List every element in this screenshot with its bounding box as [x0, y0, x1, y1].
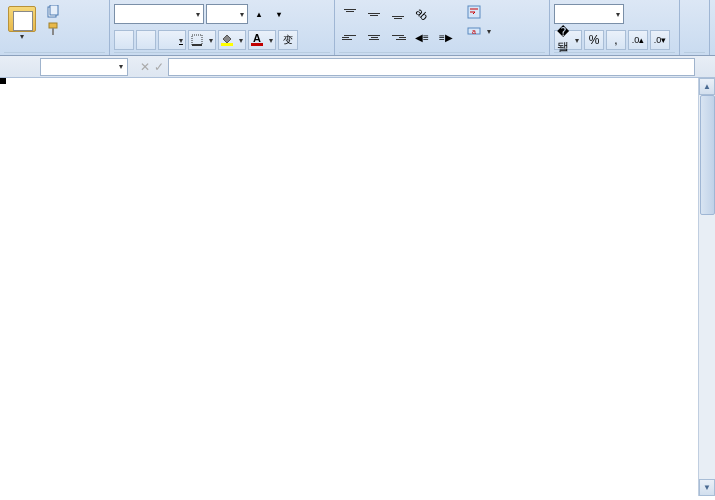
align-left-button[interactable]	[339, 27, 361, 47]
fill-handle[interactable]	[0, 78, 6, 84]
wrap-icon	[467, 5, 481, 19]
align-center-button[interactable]	[363, 27, 385, 47]
font-size-select[interactable]: ▾	[206, 4, 248, 24]
chevron-down-icon: ▾	[20, 32, 24, 41]
percent-button[interactable]: %	[584, 30, 604, 50]
chevron-down-icon: ▾	[240, 10, 244, 19]
chevron-down-icon: ▾	[196, 10, 200, 19]
paste-button[interactable]: ▾	[4, 4, 40, 43]
number-format-select[interactable]: ▾	[554, 4, 624, 24]
font-group: ▾ ▾ ▴ ▾ ▾ ▾	[110, 0, 335, 55]
scroll-thumb[interactable]	[700, 95, 715, 215]
svg-rect-4	[192, 35, 202, 45]
formula-bar-row: ▾ ✕ ✓	[0, 56, 715, 78]
alignment-group-label	[339, 52, 545, 54]
enter-icon[interactable]: ✓	[154, 60, 164, 74]
copy-icon	[46, 5, 60, 19]
alignment-group: ab ◀≡ ≡▶ a ▾	[335, 0, 550, 55]
wrap-text-button[interactable]	[464, 4, 494, 20]
orientation-button[interactable]: ab	[411, 4, 433, 24]
number-group: ▾ �됄▾ % , .0▴ .0▾	[550, 0, 680, 55]
ribbon: ▾ ▾	[0, 0, 715, 56]
name-box[interactable]: ▾	[40, 58, 128, 76]
bucket-icon	[221, 34, 233, 43]
vertical-scrollbar[interactable]: ▲ ▼	[698, 78, 715, 496]
align-top-button[interactable]	[339, 4, 361, 24]
clipboard-group: ▾	[0, 0, 110, 55]
merge-icon: a	[467, 24, 481, 38]
italic-button[interactable]	[136, 30, 156, 50]
copy-button[interactable]	[43, 4, 66, 20]
fill-color-button[interactable]: ▾	[218, 30, 246, 50]
phonetic-button[interactable]: 变	[278, 30, 298, 50]
svg-text:a: a	[472, 28, 476, 35]
chevron-down-icon: ▾	[119, 62, 123, 71]
merge-center-button[interactable]: a ▾	[464, 23, 494, 39]
align-right-button[interactable]	[387, 27, 409, 47]
formula-bar[interactable]	[168, 58, 695, 76]
border-button[interactable]: ▾	[188, 30, 216, 50]
svg-rect-1	[50, 5, 58, 15]
bold-button[interactable]	[114, 30, 134, 50]
spreadsheet: ▲ ▼	[0, 78, 715, 496]
grow-font-button[interactable]: ▴	[250, 5, 268, 23]
brush-icon	[46, 22, 60, 36]
accounting-format-button[interactable]: �됄▾	[554, 30, 582, 50]
currency-icon: �됄	[557, 25, 575, 56]
align-middle-button[interactable]	[363, 4, 385, 24]
decrease-decimal-button[interactable]: .0▾	[650, 30, 670, 50]
paste-icon	[8, 6, 36, 32]
scroll-down-button[interactable]: ▼	[699, 479, 715, 496]
decrease-indent-button[interactable]: ◀≡	[411, 27, 433, 47]
border-icon	[191, 34, 203, 46]
scroll-up-button[interactable]: ▲	[699, 78, 715, 95]
align-bottom-button[interactable]	[387, 4, 409, 24]
format-painter-button[interactable]	[43, 21, 66, 37]
underline-button[interactable]: ▾	[158, 30, 186, 50]
font-color-a: A	[253, 34, 261, 43]
font-color-button[interactable]: A ▾	[248, 30, 276, 50]
cells-group-label	[684, 52, 705, 54]
chevron-down-icon: ▾	[616, 10, 620, 19]
cancel-icon[interactable]: ✕	[140, 60, 150, 74]
comma-button[interactable]: ,	[606, 30, 626, 50]
number-group-label	[554, 52, 675, 54]
svg-rect-3	[52, 28, 54, 35]
increase-decimal-button[interactable]: .0▴	[628, 30, 648, 50]
shrink-font-button[interactable]: ▾	[270, 5, 288, 23]
font-color-bar	[251, 43, 263, 46]
cells-group-partial	[680, 0, 710, 55]
svg-rect-2	[49, 23, 57, 28]
fill-color-bar	[221, 43, 233, 46]
clipboard-group-label	[4, 52, 105, 54]
font-group-label	[114, 52, 330, 54]
increase-indent-button[interactable]: ≡▶	[435, 27, 457, 47]
font-name-select[interactable]: ▾	[114, 4, 204, 24]
